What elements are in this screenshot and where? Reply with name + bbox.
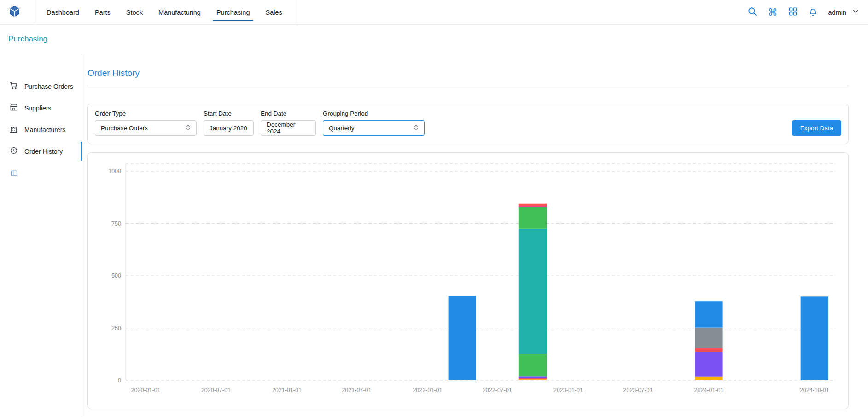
start-date-input[interactable]: January 2020	[204, 120, 254, 136]
start-date-label: Start Date	[204, 110, 254, 117]
factory-icon	[9, 124, 18, 135]
sidebar-item-label: Suppliers	[24, 104, 51, 112]
sidebar-item-order-history[interactable]: Order History	[0, 140, 82, 162]
sidebar-item-label: Manufacturers	[24, 126, 65, 133]
bell-icon	[808, 7, 818, 18]
spotlight-button[interactable]: ⌘	[768, 7, 778, 17]
notifications-button[interactable]	[808, 7, 818, 18]
tab-sales[interactable]: Sales	[257, 0, 290, 24]
x-tick-label: 2021-07-01	[342, 387, 371, 394]
chart-bar-segment[interactable]	[801, 296, 828, 380]
order-history-chart: 025050075010002020-01-012020-07-012021-0…	[92, 156, 845, 405]
username-label: admin	[828, 9, 847, 16]
page-title: Order History	[87, 68, 849, 78]
x-tick-label: 2023-07-01	[623, 387, 652, 394]
order-history-chart-card: 025050075010002020-01-012020-07-012021-0…	[87, 152, 849, 409]
chart-bar-segment[interactable]	[695, 348, 722, 352]
x-tick-label: 2020-01-01	[131, 387, 161, 394]
command-icon: ⌘	[768, 7, 778, 17]
y-tick-label: 0	[118, 377, 121, 384]
export-data-button[interactable]: Export Data	[792, 120, 841, 136]
tab-dashboard[interactable]: Dashboard	[39, 0, 87, 24]
tab-parts[interactable]: Parts	[87, 0, 118, 24]
chart-bar-segment[interactable]	[449, 296, 476, 380]
order-type-select[interactable]: Purchase Orders	[95, 120, 197, 136]
chart-bar-segment[interactable]	[519, 204, 547, 206]
building-store-icon	[9, 103, 18, 113]
end-date-field: End Date December 2024	[261, 110, 316, 136]
grouping-period-value: Quarterly	[329, 125, 355, 132]
chart-bar-segment[interactable]	[519, 207, 547, 229]
chart-bar-segment[interactable]	[519, 206, 547, 207]
search-button[interactable]	[747, 6, 757, 18]
breadcrumb-purchasing-link[interactable]: Purchasing	[8, 35, 47, 43]
grouping-period-label: Grouping Period	[323, 110, 425, 117]
main-panel: Order History Order Type Purchase Orders…	[82, 54, 868, 417]
tab-manufacturing[interactable]: Manufacturing	[151, 0, 209, 24]
order-type-value: Purchase Orders	[101, 125, 148, 132]
start-date-value: January 2020	[210, 125, 247, 132]
breadcrumb: Purchasing	[0, 25, 868, 54]
y-tick-label: 250	[111, 325, 121, 331]
chart-bar-segment[interactable]	[519, 378, 547, 379]
x-tick-label: 2020-07-01	[201, 387, 231, 394]
order-type-field: Order Type Purchase Orders	[95, 110, 197, 136]
sidebar-item-suppliers[interactable]: Suppliers	[0, 97, 82, 119]
package-logo-icon	[8, 5, 21, 19]
chart-bar-segment[interactable]	[519, 376, 547, 378]
chevron-up-down-icon	[186, 124, 191, 133]
chart-bar-segment[interactable]	[695, 377, 722, 380]
sidebar-item-label: Purchase Orders	[24, 83, 73, 90]
navbar-actions: ⌘ admin	[747, 6, 860, 18]
main-nav-tabs: Dashboard Parts Stock Manufacturing Purc…	[34, 0, 295, 24]
grid-icon	[788, 7, 798, 17]
grouping-period-select[interactable]: Quarterly	[323, 120, 425, 136]
end-date-input[interactable]: December 2024	[261, 120, 316, 136]
y-tick-label: 1000	[108, 168, 121, 174]
y-tick-label: 500	[111, 272, 121, 279]
top-navbar: Dashboard Parts Stock Manufacturing Purc…	[0, 0, 868, 25]
sidebar-item-manufacturers[interactable]: Manufacturers	[0, 119, 82, 140]
scan-button[interactable]	[788, 7, 798, 17]
shopping-cart-icon	[9, 81, 18, 92]
end-date-label: End Date	[261, 110, 316, 117]
chart-bar-segment[interactable]	[695, 328, 722, 348]
chart-bar-segment[interactable]	[519, 229, 547, 354]
title-divider	[87, 86, 849, 86]
end-date-value: December 2024	[267, 121, 310, 135]
search-icon	[747, 6, 757, 18]
history-clock-icon	[9, 146, 18, 156]
chart-bar-segment[interactable]	[519, 354, 547, 376]
grouping-period-field: Grouping Period Quarterly	[323, 110, 425, 136]
y-tick-label: 750	[111, 220, 121, 227]
x-tick-label: 2021-01-01	[272, 387, 302, 394]
chart-bar-segment[interactable]	[695, 301, 722, 327]
tab-purchasing[interactable]: Purchasing	[209, 0, 258, 24]
sidebar-collapse-icon	[10, 169, 18, 179]
chart-bar-segment[interactable]	[695, 352, 722, 376]
chevron-down-icon	[852, 7, 860, 17]
x-tick-label: 2024-01-01	[694, 387, 723, 394]
user-menu[interactable]: admin	[828, 7, 860, 17]
order-type-label: Order Type	[95, 110, 197, 117]
page-layout: Purchase Orders Suppliers Manufacturers	[0, 54, 868, 417]
start-date-field: Start Date January 2020	[204, 110, 254, 136]
chevron-up-down-icon	[414, 124, 419, 133]
x-tick-label: 2022-01-01	[413, 387, 442, 394]
purchasing-sidebar: Purchase Orders Suppliers Manufacturers	[0, 54, 82, 417]
chart-bar-segment[interactable]	[519, 379, 547, 380]
sidebar-collapse-button[interactable]	[10, 169, 20, 179]
app-logo[interactable]	[8, 5, 21, 19]
tab-stock[interactable]: Stock	[118, 0, 151, 24]
x-tick-label: 2023-01-01	[553, 387, 583, 394]
filter-panel: Order Type Purchase Orders Start Date Ja…	[87, 104, 849, 144]
x-tick-label: 2024-10-01	[800, 387, 829, 394]
sidebar-item-label: Order History	[24, 148, 63, 155]
x-tick-label: 2022-07-01	[483, 387, 512, 394]
sidebar-item-purchase-orders[interactable]: Purchase Orders	[0, 75, 82, 97]
